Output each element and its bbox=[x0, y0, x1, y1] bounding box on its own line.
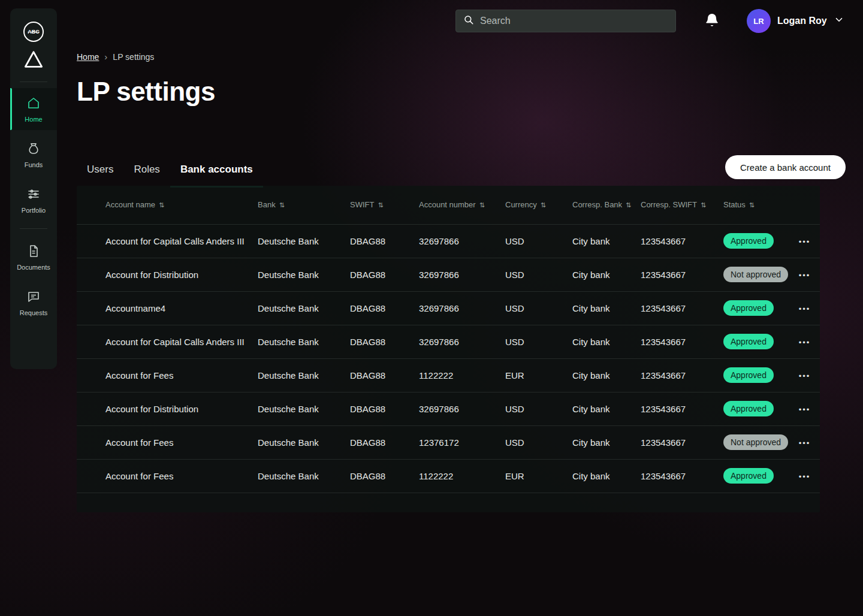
sort-icon: ⇅ bbox=[479, 201, 485, 209]
sort-icon: ⇅ bbox=[378, 201, 383, 209]
notifications-button[interactable] bbox=[702, 11, 722, 31]
sort-icon: ⇅ bbox=[159, 201, 164, 209]
actions-cell: ••• bbox=[789, 358, 820, 392]
requests-icon bbox=[26, 289, 41, 305]
table-header-row: Account name⇅Bank⇅SWIFT⇅Account number⇅C… bbox=[77, 186, 820, 224]
column-header-corresp-swift[interactable]: Corresp. SWIFT⇅ bbox=[641, 186, 723, 224]
actions-cell: ••• bbox=[789, 459, 820, 493]
row-actions-button[interactable]: ••• bbox=[799, 271, 811, 280]
table-cell: EUR bbox=[505, 459, 572, 493]
table-cell: Deutsche Bank bbox=[258, 459, 350, 493]
table-cell: 123543667 bbox=[641, 392, 723, 425]
column-header-account-name[interactable]: Account name⇅ bbox=[77, 186, 258, 224]
chevron-right-icon: › bbox=[104, 52, 107, 62]
sidebar-item-label: Home bbox=[25, 116, 42, 123]
bank-accounts-table: Account name⇅Bank⇅SWIFT⇅Account number⇅C… bbox=[77, 186, 820, 512]
row-actions-button[interactable]: ••• bbox=[799, 439, 811, 448]
tab-bank-accounts[interactable]: Bank accounts bbox=[170, 156, 263, 188]
brand-logo[interactable]: ABC bbox=[23, 22, 44, 42]
table-cell: 123543667 bbox=[641, 224, 723, 258]
actions-cell: ••• bbox=[789, 392, 820, 425]
status-badge: Not approved bbox=[723, 434, 788, 450]
table-cell: USD bbox=[505, 224, 572, 258]
sidebar-item-label: Funds bbox=[25, 161, 43, 168]
tab-roles[interactable]: Roles bbox=[123, 156, 170, 188]
sidebar-item-home[interactable]: Home bbox=[10, 88, 57, 130]
row-actions-button[interactable]: ••• bbox=[799, 338, 811, 347]
column-header-swift[interactable]: SWIFT⇅ bbox=[350, 186, 419, 224]
status-badge: Approved bbox=[723, 401, 774, 416]
table-cell: 32697866 bbox=[419, 392, 505, 425]
documents-icon bbox=[26, 244, 41, 259]
column-header-bank[interactable]: Bank⇅ bbox=[258, 186, 350, 224]
table-cell: DBAG88 bbox=[350, 392, 419, 425]
column-header-currency[interactable]: Currency⇅ bbox=[505, 186, 572, 224]
row-actions-button[interactable]: ••• bbox=[799, 405, 811, 414]
row-actions-button[interactable]: ••• bbox=[799, 304, 811, 313]
sidebar-item-portfolio[interactable]: Portfolio bbox=[10, 179, 57, 221]
sidebar-item-label: Requests bbox=[20, 309, 47, 316]
row-actions-button[interactable]: ••• bbox=[799, 237, 811, 246]
table-cell: 1122222 bbox=[419, 459, 505, 493]
table-cell: Deutsche Bank bbox=[258, 392, 350, 425]
create-bank-account-button[interactable]: Create a bank account bbox=[725, 155, 846, 179]
table-cell: DBAG88 bbox=[350, 291, 419, 325]
actions-cell: ••• bbox=[789, 291, 820, 325]
actions-cell: ••• bbox=[789, 224, 820, 258]
actions-cell: ••• bbox=[789, 325, 820, 358]
search-box bbox=[455, 10, 676, 32]
table-row: Account for Capital Calls Anders IIIDeut… bbox=[77, 325, 820, 358]
table-cell: 32697866 bbox=[419, 224, 505, 258]
table-cell: Account for Distribution bbox=[77, 392, 258, 425]
portfolio-icon bbox=[26, 187, 41, 203]
table-cell: 1122222 bbox=[419, 358, 505, 392]
status-cell: Approved bbox=[723, 224, 789, 258]
row-actions-button[interactable]: ••• bbox=[799, 372, 811, 381]
column-header-corresp-bank[interactable]: Corresp. Bank⇅ bbox=[572, 186, 641, 224]
table-cell: 12376172 bbox=[419, 425, 505, 459]
table-row: Account for FeesDeutsche BankDBAG8812376… bbox=[77, 425, 820, 459]
status-cell: Approved bbox=[723, 291, 789, 325]
table-cell: Account for Fees bbox=[77, 459, 258, 493]
table-cell: DBAG88 bbox=[350, 459, 419, 493]
table-cell: Account for Fees bbox=[77, 358, 258, 392]
status-badge: Approved bbox=[723, 300, 774, 316]
sidebar-item-label: Documents bbox=[17, 264, 50, 271]
delta-logo-icon[interactable] bbox=[23, 50, 44, 71]
table-body: Account for Capital Calls Anders IIIDeut… bbox=[77, 224, 820, 493]
table-cell: City bank bbox=[572, 425, 641, 459]
sidebar-item-documents[interactable]: Documents bbox=[10, 236, 57, 278]
tab-users[interactable]: Users bbox=[77, 156, 123, 188]
table-cell: City bank bbox=[572, 358, 641, 392]
column-header-account-number[interactable]: Account number⇅ bbox=[419, 186, 505, 224]
bell-icon bbox=[704, 22, 720, 31]
sort-icon: ⇅ bbox=[626, 201, 631, 209]
table-cell: 123543667 bbox=[641, 325, 723, 358]
sidebar-item-funds[interactable]: Funds bbox=[10, 134, 57, 176]
column-header-actions bbox=[789, 186, 820, 224]
sort-icon: ⇅ bbox=[701, 201, 706, 209]
table-cell: 123543667 bbox=[641, 358, 723, 392]
sidebar-divider bbox=[20, 81, 47, 82]
table-row: Account for FeesDeutsche BankDBAG8811222… bbox=[77, 459, 820, 493]
breadcrumb-home-link[interactable]: Home bbox=[77, 52, 99, 62]
table-cell: Deutsche Bank bbox=[258, 291, 350, 325]
table-cell: Account for Capital Calls Anders III bbox=[77, 325, 258, 358]
table-cell: USD bbox=[505, 291, 572, 325]
sort-icon: ⇅ bbox=[749, 201, 755, 209]
table-cell: USD bbox=[505, 258, 572, 291]
table-cell: City bank bbox=[572, 325, 641, 358]
table-cell: City bank bbox=[572, 459, 641, 493]
user-menu[interactable]: LR Logan Roy bbox=[747, 9, 844, 33]
column-header-status[interactable]: Status⇅ bbox=[723, 186, 789, 224]
sidebar-item-requests[interactable]: Requests bbox=[10, 282, 57, 324]
table-cell: DBAG88 bbox=[350, 224, 419, 258]
breadcrumb: Home › LP settings bbox=[77, 52, 154, 62]
row-actions-button[interactable]: ••• bbox=[799, 472, 811, 481]
avatar-initials: LR bbox=[753, 17, 764, 26]
user-name: Logan Roy bbox=[777, 16, 827, 26]
search-input[interactable] bbox=[480, 16, 668, 26]
funds-icon bbox=[26, 141, 41, 157]
table-cell: 123543667 bbox=[641, 291, 723, 325]
table-cell: EUR bbox=[505, 358, 572, 392]
